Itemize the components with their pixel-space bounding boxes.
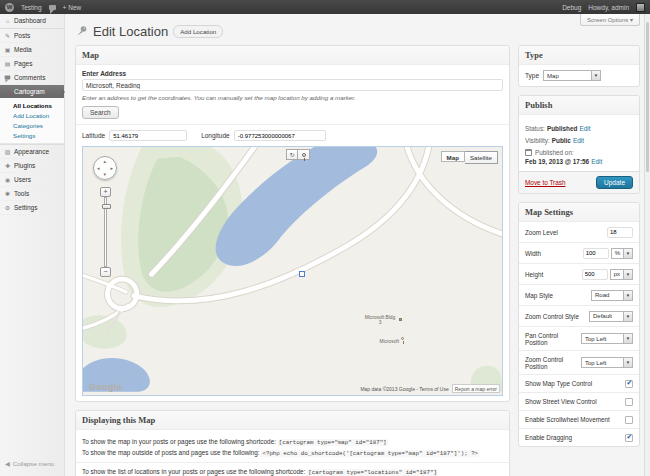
sidebar-item-plugins[interactable]: ✚Plugins — [0, 159, 64, 173]
show-map-type-control-checkbox[interactable] — [625, 380, 633, 388]
width-unit-select[interactable]: %▼ — [611, 248, 633, 259]
sidebar-item-tools[interactable]: ✱Tools — [0, 187, 64, 201]
zoom-control-style-select[interactable]: Default▼ — [589, 311, 633, 322]
collapse-menu-button[interactable]: ◀Collapse menu — [0, 457, 64, 470]
pan-down-icon[interactable]: ▾ — [104, 172, 107, 177]
submenu-categories[interactable]: Categories — [0, 120, 64, 130]
shortcode-code: [cartogram type="locations" id="187"] — [307, 469, 438, 476]
displaying-map-title: Displaying this Map — [76, 411, 509, 430]
report-map-error-link[interactable]: Report a map error — [452, 384, 500, 393]
height-unit-select[interactable]: px▼ — [610, 269, 633, 280]
move-to-trash-link[interactable]: Move to Trash — [525, 179, 566, 186]
map-marker[interactable] — [299, 271, 305, 277]
map-style-label: Map Style — [525, 292, 588, 299]
attribution-text[interactable]: Map data ©2013 Google - Terms of Use — [360, 386, 448, 392]
submenu-all-locations[interactable]: All Locations — [0, 100, 64, 110]
pan-control-position-value: Top Left — [582, 334, 623, 343]
comments-bubble-icon[interactable] — [49, 5, 56, 10]
search-button[interactable]: Search — [82, 106, 119, 119]
visibility-value: Public — [552, 137, 571, 144]
publish-panel-title: Publish — [519, 96, 639, 115]
wordpress-logo-icon[interactable]: W — [5, 3, 14, 12]
scrollbar[interactable] — [644, 14, 650, 476]
longitude-input[interactable] — [234, 130, 326, 141]
sidebar-item-cartogram[interactable]: Cartogram — [0, 85, 64, 98]
avatar[interactable] — [636, 3, 645, 12]
admin-bar-howdy[interactable]: Howdy, admin — [588, 4, 629, 11]
map-panel: Map Enter Address Enter an address to ge… — [75, 45, 510, 402]
type-select[interactable]: Map ▼ — [543, 70, 601, 81]
zoom-slider-handle[interactable] — [102, 204, 111, 209]
map-pan-control[interactable]: ▴ ▾ ◂ ▸ — [93, 156, 117, 180]
screen-options-label: Screen Options — [587, 17, 628, 23]
status-edit-link[interactable]: Edit — [579, 125, 590, 132]
width-unit-value: % — [612, 249, 623, 258]
height-row: Height px▼ — [519, 264, 639, 285]
media-icon: ▣ — [4, 46, 11, 53]
pan-tool-button[interactable]: ↻ — [286, 149, 298, 160]
update-button[interactable]: Update — [596, 176, 633, 189]
screen-options-button[interactable]: Screen Options ▾ — [580, 14, 640, 26]
map-type-satellite-button[interactable]: Satellite — [465, 151, 498, 164]
chevron-down-icon: ▼ — [623, 291, 632, 300]
sidebar-item-label: Pages — [14, 60, 32, 67]
sidebar-item-comments[interactable]: Comments — [0, 71, 64, 85]
divider — [76, 124, 509, 125]
width-row: Width %▼ — [519, 243, 639, 264]
sidebar-item-pages[interactable]: ▤Pages — [0, 57, 64, 71]
type-label: Type — [525, 72, 539, 79]
type-select-value: Map — [544, 71, 591, 80]
published-on-value: Feb 19, 2013 @ 17:56 — [525, 158, 589, 165]
height-input[interactable] — [582, 269, 608, 280]
cartogram-submenu: All Locations Add Location Categories Se… — [0, 98, 64, 144]
visibility-edit-link[interactable]: Edit — [573, 137, 584, 144]
chevron-down-icon: ▼ — [623, 334, 632, 343]
published-on-row: Published on: Feb 19, 2013 @ 17:56 Edit — [525, 149, 633, 165]
scrollbar-thumb[interactable] — [646, 22, 649, 172]
admin-bar-new-button[interactable]: + New — [63, 4, 82, 11]
sidebar-item-appearance[interactable]: ▨Appearance — [0, 144, 64, 159]
map-settings-title: Map Settings — [519, 203, 639, 222]
map-style-select[interactable]: Road▼ — [591, 290, 633, 301]
enable-dragging-checkbox[interactable] — [625, 434, 633, 442]
admin-bar-debug[interactable]: Debug — [562, 4, 581, 11]
submenu-add-location[interactable]: Add Location — [0, 110, 64, 120]
users-icon: ◉ — [4, 176, 11, 183]
zoom-control-position-select[interactable]: Top Left▼ — [581, 357, 633, 368]
sidebar-item-posts[interactable]: ✎Posts — [0, 28, 64, 43]
submenu-settings[interactable]: Settings — [0, 130, 64, 140]
map-label-microsoft-bldg3: Microsoft Bldg 3 — [363, 315, 397, 325]
enable-scrollwheel-checkbox[interactable] — [625, 416, 633, 424]
zoom-level-input[interactable] — [607, 227, 633, 238]
published-edit-link[interactable]: Edit — [591, 158, 602, 165]
shortcode-line: To show the list of locations in your po… — [82, 468, 503, 476]
sidebar-item-settings[interactable]: ⚙Settings — [0, 201, 64, 215]
shortcode-text: To show the list of locations in your po… — [82, 468, 305, 475]
sidebar-item-media[interactable]: ▣Media — [0, 43, 64, 57]
zoom-in-button[interactable]: + — [100, 187, 111, 197]
address-input[interactable] — [82, 79, 503, 91]
map-label-microsoft: Microsoft — [369, 339, 399, 344]
pan-left-icon[interactable]: ◂ — [97, 166, 100, 171]
show-street-view-control-checkbox[interactable] — [625, 398, 633, 406]
add-location-button[interactable]: Add Location — [173, 25, 223, 38]
sidebar-item-dashboard[interactable]: ⌂Dashboard — [0, 14, 64, 28]
zoom-slider-track[interactable] — [104, 197, 107, 267]
sidebar-item-users[interactable]: ◉Users — [0, 173, 64, 187]
pan-up-icon[interactable]: ▴ — [104, 159, 107, 164]
zoom-control-style-value: Default — [590, 312, 623, 321]
admin-bar-site-name[interactable]: Testing — [21, 4, 42, 11]
marker-tool-button[interactable] — [298, 149, 310, 160]
show-street-view-control-row: Show Street View Control — [519, 393, 639, 411]
width-input[interactable] — [583, 248, 609, 259]
zoom-level-row: Zoom Level — [519, 222, 639, 243]
latitude-input[interactable] — [109, 130, 187, 141]
google-map[interactable]: ▴ ▾ ◂ ▸ + − ↻ — [82, 146, 503, 396]
enable-dragging-row: Enable Dragging — [519, 429, 639, 446]
zoom-out-button[interactable]: − — [100, 267, 111, 277]
pan-right-icon[interactable]: ▸ — [110, 166, 113, 171]
comments-icon — [4, 75, 11, 81]
pan-control-position-select[interactable]: Top Left▼ — [581, 333, 633, 344]
sidebar-item-label: Cartogram — [14, 88, 45, 95]
map-type-map-button[interactable]: Map — [441, 151, 465, 162]
